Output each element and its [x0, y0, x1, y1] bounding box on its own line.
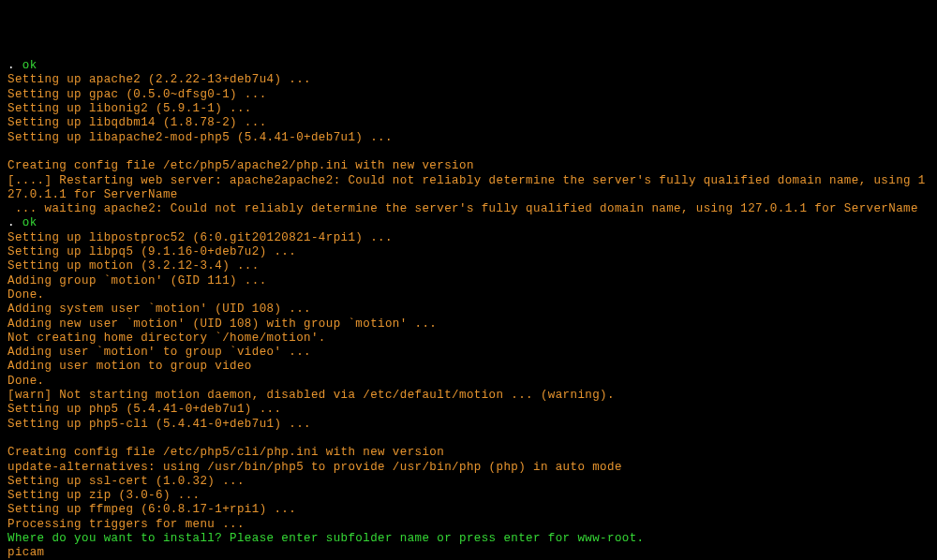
terminal-line: Setting up libpq5 (9.1.16-0+deb7u2) ... — [7, 245, 930, 259]
terminal-text: ... waiting apache2: Could not reliably … — [7, 202, 918, 215]
terminal-text: Setting up libqdbm14 (1.8.78-2) ... — [7, 116, 267, 129]
terminal-text: Adding system user `motion' (UID 108) ..… — [7, 302, 311, 316]
terminal-text: picam — [7, 546, 45, 559]
terminal-line: Done. — [7, 375, 930, 389]
terminal-line: Creating config file /etc/php5/apache2/p… — [7, 159, 930, 173]
terminal-text: [warn] Not starting motion daemon, disab… — [7, 389, 615, 402]
terminal-text: Adding user motion to group video — [7, 360, 252, 373]
terminal-text: [....] Restarting web server: apache2apa… — [7, 174, 926, 201]
terminal-text: Where do you want to install? Please ent… — [7, 532, 645, 545]
terminal-line: Setting up libqdbm14 (1.8.78-2) ... — [7, 116, 930, 130]
terminal-line: . ok — [7, 216, 930, 230]
terminal-line — [7, 145, 930, 159]
terminal-line: ... waiting apache2: Could not reliably … — [7, 202, 930, 216]
terminal-line: Setting up libonig2 (5.9.1-1) ... — [7, 102, 930, 116]
terminal-line: Setting up php5-cli (5.4.41-0+deb7u1) ..… — [7, 418, 930, 432]
terminal-line: Where do you want to install? Please ent… — [7, 532, 930, 546]
terminal-line: Processing triggers for menu ... — [7, 518, 930, 532]
terminal-text: ok — [22, 59, 37, 72]
terminal-line: Setting up gpac (0.5.0~dfsg0-1) ... — [7, 88, 930, 102]
terminal-text: Adding user `motion' to group `video' ..… — [7, 346, 311, 359]
terminal-text: Setting up libpostproc52 (6:0.git2012082… — [7, 231, 393, 244]
terminal-line: Adding group `motion' (GID 111) ... — [7, 274, 930, 288]
terminal-text: Setting up gpac (0.5.0~dfsg0-1) ... — [7, 88, 267, 101]
terminal-line: [....] Restarting web server: apache2apa… — [7, 174, 930, 203]
terminal-text: Done. — [7, 375, 45, 388]
terminal-text: Setting up ssl-cert (1.0.32) ... — [7, 475, 245, 488]
terminal-text: . — [7, 59, 22, 72]
terminal-text: Setting up php5 (5.4.41-0+deb7u1) ... — [7, 403, 281, 416]
terminal-line: Creating config file /etc/php5/cli/php.i… — [7, 446, 930, 460]
terminal-line: Adding user `motion' to group `video' ..… — [7, 346, 930, 360]
terminal-line: Setting up zip (3.0-6) ... — [7, 489, 930, 503]
terminal-text: Creating config file /etc/php5/apache2/p… — [7, 159, 474, 172]
terminal-line: Setting up motion (3.2.12-3.4) ... — [7, 259, 930, 273]
terminal-text: Adding new user `motion' (UID 108) with … — [7, 317, 437, 331]
terminal-output[interactable]: . okSetting up apache2 (2.2.22-13+deb7u4… — [7, 59, 930, 560]
terminal-line: Setting up ffmpeg (6:0.8.17-1+rpi1) ... — [7, 503, 930, 517]
terminal-text: Processing triggers for menu ... — [7, 518, 245, 531]
terminal-text: update-alternatives: using /usr/bin/php5… — [7, 461, 622, 474]
terminal-line: Done. — [7, 288, 930, 302]
terminal-line: Adding system user `motion' (UID 108) ..… — [7, 302, 930, 317]
terminal-text: Setting up libonig2 (5.9.1-1) ... — [7, 102, 252, 115]
terminal-text: Setting up motion (3.2.12-3.4) ... — [7, 259, 260, 273]
terminal-line — [7, 432, 930, 446]
terminal-line: . ok — [7, 59, 930, 73]
terminal-text: . — [7, 216, 22, 229]
terminal-line: Setting up libpostproc52 (6:0.git2012082… — [7, 231, 930, 245]
terminal-text: Done. — [7, 288, 45, 302]
terminal-text: Adding group `motion' (GID 111) ... — [7, 274, 267, 287]
terminal-text: Setting up apache2 (2.2.22-13+deb7u4) ..… — [7, 73, 311, 86]
terminal-text: Setting up libapache2-mod-php5 (5.4.41-0… — [7, 131, 393, 144]
terminal-line: [warn] Not starting motion daemon, disab… — [7, 389, 930, 403]
terminal-text: Not creating home directory `/home/motio… — [7, 332, 326, 345]
terminal-line: Setting up php5 (5.4.41-0+deb7u1) ... — [7, 403, 930, 417]
terminal-line: picam — [7, 546, 930, 560]
terminal-line: Setting up ssl-cert (1.0.32) ... — [7, 475, 930, 489]
terminal-text: Setting up libpq5 (9.1.16-0+deb7u2) ... — [7, 245, 296, 258]
terminal-text: ok — [22, 216, 37, 229]
terminal-text: Setting up ffmpeg (6:0.8.17-1+rpi1) ... — [7, 503, 296, 516]
terminal-line: Setting up apache2 (2.2.22-13+deb7u4) ..… — [7, 73, 930, 87]
terminal-line: Adding user motion to group video — [7, 360, 930, 374]
terminal-text: Creating config file /etc/php5/cli/php.i… — [7, 446, 444, 459]
terminal-line: Not creating home directory `/home/motio… — [7, 332, 930, 346]
terminal-line: Adding new user `motion' (UID 108) with … — [7, 317, 930, 332]
terminal-text: Setting up zip (3.0-6) ... — [7, 489, 200, 502]
terminal-text: Setting up php5-cli (5.4.41-0+deb7u1) ..… — [7, 418, 311, 431]
terminal-line: Setting up libapache2-mod-php5 (5.4.41-0… — [7, 131, 930, 145]
terminal-line: update-alternatives: using /usr/bin/php5… — [7, 461, 930, 475]
